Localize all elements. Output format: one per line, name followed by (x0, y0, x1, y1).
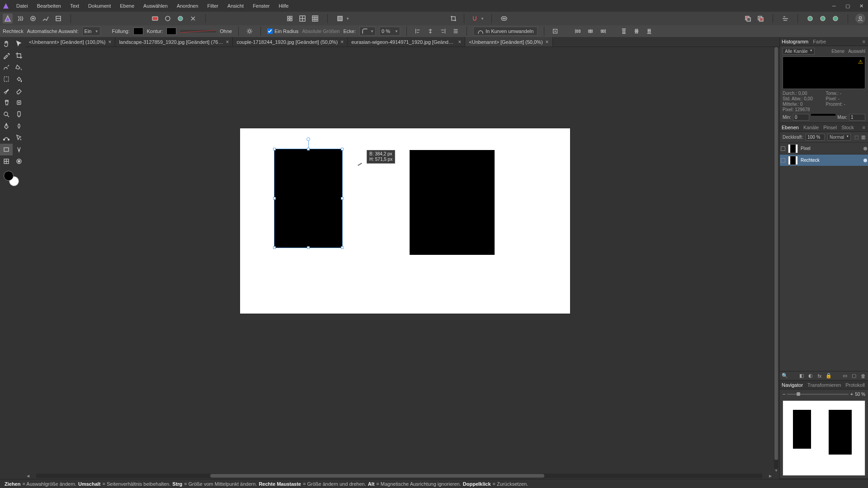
navigator-preview[interactable] (783, 400, 865, 476)
resize-handle[interactable] (273, 148, 276, 150)
corner-value-input[interactable]: 0 % ▼ (379, 27, 400, 36)
absolute-sizes-label[interactable]: Absolute Größen (302, 28, 340, 34)
menu-layer[interactable]: Ebene (115, 0, 139, 12)
layer-visible-dot[interactable] (863, 147, 867, 150)
menu-arrange[interactable]: Anordnen (172, 0, 203, 12)
node-tool[interactable] (0, 132, 13, 144)
tab-stock[interactable]: Stock (841, 125, 854, 130)
canvas[interactable]: B: 384,2 px H: 571,5 px (240, 128, 570, 314)
transform-origin-icon[interactable] (551, 27, 560, 36)
align-left-icon[interactable] (413, 27, 422, 36)
menu-document[interactable]: Dokument (84, 0, 115, 12)
tab-transform[interactable]: Transformieren (807, 382, 841, 388)
delete-layer-icon[interactable]: 🗑 (860, 373, 866, 379)
rotation-handle[interactable] (307, 137, 310, 141)
move-tool[interactable] (13, 38, 25, 50)
dodge-burn-tool[interactable] (13, 108, 25, 120)
distribute-v-center-icon[interactable] (632, 27, 641, 36)
menu-edit[interactable]: Bearbeiten (33, 0, 66, 12)
histogram-layer-label[interactable]: Ebene (831, 49, 844, 54)
horizontal-scrollbar[interactable]: ◀ ▶ (25, 473, 773, 479)
color-wells[interactable] (0, 170, 25, 188)
menu-file[interactable]: Datei (12, 0, 33, 12)
tab-history[interactable]: Protokoll (845, 382, 865, 388)
stroke-width-slider[interactable] (180, 30, 216, 33)
zoom-in-button[interactable]: + (850, 391, 853, 397)
foreground-color[interactable] (4, 171, 14, 181)
layer-visibility-toggle[interactable] (781, 146, 785, 151)
tab-layers[interactable]: Ebenen (782, 125, 799, 130)
maximize-button[interactable]: ▢ (841, 0, 854, 12)
mesh-tool[interactable] (0, 155, 13, 167)
autolevels-icon[interactable] (188, 14, 198, 23)
resize-handle[interactable] (273, 197, 276, 200)
menu-window[interactable]: Fenster (248, 0, 274, 12)
convert-to-curves-button[interactable]: In Kurven umwandeln (473, 27, 538, 36)
add-cloud-icon[interactable] (818, 14, 828, 23)
distribute-v-bottom-icon[interactable] (645, 27, 654, 36)
layer-visibility-toggle[interactable] (781, 158, 785, 163)
text-tool[interactable] (13, 144, 25, 155)
tab-navigator[interactable]: Navigator (782, 382, 803, 388)
resize-handle[interactable] (273, 246, 276, 249)
panel-options-icon[interactable]: ≡ (863, 125, 866, 130)
menu-filter[interactable]: Filter (203, 0, 223, 12)
close-button[interactable]: ✕ (854, 0, 868, 12)
lock-layer-icon[interactable]: 🔒 (826, 373, 832, 379)
vector-brush-tool[interactable] (13, 132, 25, 144)
tab-brushes[interactable]: Pinsel (823, 125, 837, 130)
minimize-button[interactable]: ─ (827, 0, 841, 12)
histogram-max-input[interactable] (849, 114, 865, 121)
blend-mode-dropdown[interactable]: Normal▼ (827, 134, 851, 141)
persona-tone[interactable] (41, 14, 51, 23)
close-tab-icon[interactable]: × (340, 39, 344, 45)
mask-layer-icon[interactable]: ◧ (798, 373, 805, 379)
distribute-v-top-icon[interactable] (619, 27, 628, 36)
auto-select-dropdown[interactable]: Ein ▼ (82, 27, 100, 36)
view-tool[interactable] (13, 155, 25, 167)
resize-handle[interactable] (341, 246, 344, 249)
pen-tool[interactable] (0, 120, 13, 132)
fill-swatch[interactable] (133, 28, 143, 35)
rectangle-tool[interactable] (0, 144, 13, 155)
layer-row[interactable]: Pixel (780, 142, 868, 154)
heal-tool[interactable] (13, 97, 25, 108)
grid-medium-icon[interactable] (297, 14, 307, 23)
lock-icon[interactable]: ⬚ (854, 135, 859, 140)
resize-handle[interactable] (307, 246, 310, 249)
clone-tool[interactable] (0, 97, 13, 108)
layer-name[interactable]: Rechteck (801, 158, 861, 163)
erase-tool[interactable] (13, 85, 25, 97)
grid-small-icon[interactable] (285, 14, 295, 23)
persona-photo[interactable] (3, 14, 13, 23)
histogram-min-input[interactable] (793, 114, 809, 121)
close-tab-icon[interactable]: × (226, 39, 229, 45)
adjustment-layer-icon[interactable]: ◐ (807, 373, 814, 379)
layer-visible-dot[interactable] (863, 159, 867, 162)
opacity-input[interactable] (806, 134, 825, 141)
stroke-swatch[interactable] (166, 28, 176, 35)
view-mode-dropdown[interactable]: ▼ (335, 14, 349, 23)
align-icon[interactable] (780, 14, 790, 23)
flood-fill-tool[interactable] (13, 73, 25, 85)
menu-help[interactable]: Hilfe (274, 0, 293, 12)
align-center-icon[interactable] (426, 27, 435, 36)
document-tab[interactable]: landscape-3127859_1920.jpg [Geändert] (7… (115, 37, 233, 47)
document-tab[interactable]: eurasian-wigeon-4914971_1920.jpg [Geände… (348, 37, 465, 47)
flood-select-tool[interactable] (13, 61, 25, 73)
align-justify-icon[interactable] (451, 27, 460, 36)
resize-handle[interactable] (307, 148, 310, 150)
order-back-icon[interactable] (743, 14, 753, 23)
persona-liquify[interactable] (15, 14, 25, 23)
zoom-out-button[interactable]: − (783, 391, 785, 397)
sync-cloud-icon[interactable] (805, 14, 815, 23)
crop-icon[interactable] (448, 14, 458, 23)
align-right-icon[interactable] (439, 27, 448, 36)
close-tab-icon[interactable]: × (458, 39, 461, 45)
add-layer-icon[interactable]: ▢ (851, 373, 857, 379)
scrollbar-thumb[interactable] (774, 47, 778, 460)
distribute-h-center-icon[interactable] (586, 27, 595, 36)
resize-handle[interactable] (341, 197, 344, 200)
vertical-scrollbar[interactable]: ▼ (773, 47, 779, 473)
order-front-icon[interactable] (755, 14, 765, 23)
